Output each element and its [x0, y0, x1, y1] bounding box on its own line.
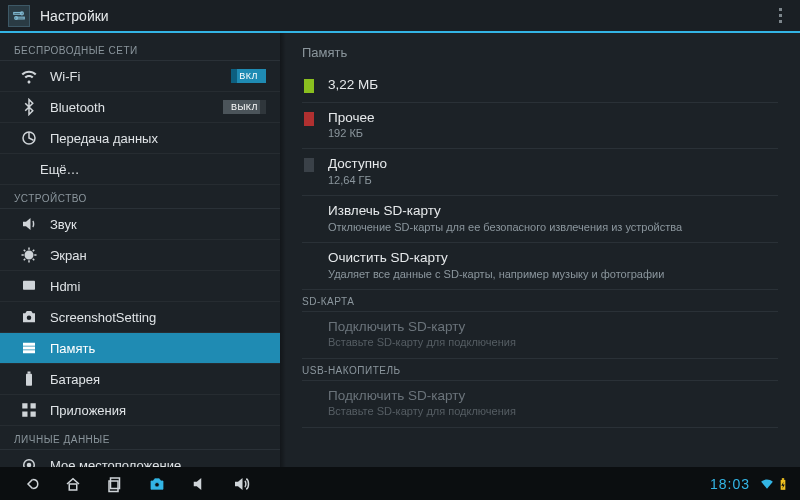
sidebar-item-bluetooth[interactable]: Bluetooth ВЫКЛ [0, 92, 280, 123]
section-usb: USB-НАКОПИТЕЛЬ [302, 359, 778, 381]
section-sdcard: SD-КАРТА [302, 290, 778, 312]
volume-up-button[interactable] [220, 467, 262, 500]
detail-title: Память [302, 39, 778, 70]
svg-rect-19 [69, 484, 77, 490]
storage-sub: Удаляет все данные с SD-карты, например … [328, 267, 778, 281]
sidebar-item-sound[interactable]: Звук [0, 209, 280, 240]
system-navbar: 18:03 [0, 467, 800, 500]
location-icon [20, 456, 38, 467]
bluetooth-icon [20, 98, 38, 116]
settings-icon [8, 5, 30, 27]
status-clock[interactable]: 18:03 [710, 476, 750, 492]
svg-rect-14 [31, 403, 36, 408]
sidebar-item-storage[interactable]: Память [0, 333, 280, 364]
color-swatch [304, 112, 314, 126]
sidebar-item-label: Приложения [50, 403, 266, 418]
sidebar-item-hdmi[interactable]: Hdmi [0, 271, 280, 302]
sidebar-item-label: ScreenshotSetting [50, 310, 266, 325]
home-button[interactable] [52, 467, 94, 500]
camera-icon [20, 308, 38, 326]
sidebar-item-label: Батарея [50, 372, 266, 387]
screen: Настройки БЕСПРОВОДНЫЕ СЕТИ Wi-Fi ВКЛ Bl… [0, 0, 800, 500]
sidebar-item-label: Передача данных [50, 131, 266, 146]
bluetooth-toggle[interactable]: ВЫКЛ [223, 100, 266, 114]
back-button[interactable] [10, 467, 52, 500]
storage-value: 12,64 ГБ [328, 173, 778, 187]
sidebar-item-wifi[interactable]: Wi-Fi ВКЛ [0, 61, 280, 92]
sidebar-item-label: Память [50, 341, 266, 356]
svg-rect-6 [23, 281, 35, 290]
svg-point-7 [27, 316, 32, 321]
wifi-status-icon [760, 477, 774, 491]
sidebar-item-more[interactable]: Ещё… [0, 154, 280, 185]
overflow-menu-button[interactable] [768, 8, 792, 23]
svg-rect-13 [22, 403, 27, 408]
storage-item-mount-sd: Подключить SD-карту Вставьте SD-карту дл… [302, 312, 778, 359]
content: БЕСПРОВОДНЫЕ СЕТИ Wi-Fi ВКЛ Bluetooth ВЫ… [0, 33, 800, 467]
category-personal: ЛИЧНЫЕ ДАННЫЕ [0, 426, 280, 450]
storage-item-used[interactable]: 3,22 МБ [302, 70, 778, 103]
storage-label: Подключить SD-карту [328, 387, 778, 405]
sidebar: БЕСПРОВОДНЫЕ СЕТИ Wi-Fi ВКЛ Bluetooth ВЫ… [0, 33, 280, 467]
sidebar-item-label: Wi-Fi [50, 69, 231, 84]
svg-rect-9 [23, 347, 35, 350]
sidebar-item-label: Hdmi [50, 279, 266, 294]
storage-label: Очистить SD-карту [328, 249, 778, 267]
storage-label: Извлечь SD-карту [328, 202, 778, 220]
storage-icon [20, 339, 38, 357]
data-usage-icon [20, 129, 38, 147]
svg-rect-16 [31, 412, 36, 417]
sidebar-item-data-usage[interactable]: Передача данных [0, 123, 280, 154]
storage-value: 192 КБ [328, 126, 778, 140]
svg-rect-8 [23, 343, 35, 346]
sidebar-item-label: Экран [50, 248, 266, 263]
sidebar-item-label: Bluetooth [50, 100, 223, 115]
sidebar-item-label: Звук [50, 217, 266, 232]
storage-item-mount-usb: Подключить SD-карту Вставьте SD-карту дл… [302, 381, 778, 428]
battery-status-icon [776, 477, 790, 491]
storage-label: Подключить SD-карту [328, 318, 778, 336]
sidebar-item-label: Мое местоположение [50, 458, 266, 468]
display-icon [20, 246, 38, 264]
storage-sub: Отключение SD-карты для ее безопасного и… [328, 220, 778, 234]
storage-sub: Вставьте SD-карту для подключения [328, 335, 778, 349]
page-title: Настройки [40, 8, 768, 24]
recents-button[interactable] [94, 467, 136, 500]
svg-rect-24 [782, 478, 784, 480]
svg-rect-11 [26, 374, 32, 386]
storage-item-available[interactable]: Доступно 12,64 ГБ [302, 149, 778, 196]
svg-rect-12 [28, 372, 31, 374]
storage-value: 3,22 МБ [328, 76, 778, 94]
color-swatch [304, 79, 314, 93]
wifi-icon [20, 67, 38, 85]
category-wireless: БЕСПРОВОДНЫЕ СЕТИ [0, 37, 280, 61]
detail-pane: Память 3,22 МБ Прочее 192 КБ Доступно 12 [280, 33, 800, 467]
sidebar-item-label: Ещё… [40, 162, 266, 177]
svg-rect-15 [22, 412, 27, 417]
sidebar-item-location[interactable]: Мое местоположение [0, 450, 280, 467]
storage-label: Прочее [328, 109, 778, 127]
sound-icon [20, 215, 38, 233]
hdmi-icon [20, 277, 38, 295]
sidebar-item-display[interactable]: Экран [0, 240, 280, 271]
svg-point-5 [25, 251, 33, 259]
storage-item-erase[interactable]: Очистить SD-карту Удаляет все данные с S… [302, 243, 778, 290]
sidebar-item-battery[interactable]: Батарея [0, 364, 280, 395]
category-device: УСТРОЙСТВО [0, 185, 280, 209]
svg-rect-10 [23, 350, 35, 353]
volume-down-button[interactable] [178, 467, 220, 500]
wifi-toggle[interactable]: ВКЛ [231, 69, 266, 83]
storage-item-unmount[interactable]: Извлечь SD-карту Отключение SD-карты для… [302, 196, 778, 243]
sidebar-item-screenshot[interactable]: ScreenshotSetting [0, 302, 280, 333]
storage-sub: Вставьте SD-карту для подключения [328, 404, 778, 418]
battery-icon [20, 370, 38, 388]
storage-label: Доступно [328, 155, 778, 173]
screenshot-button[interactable] [136, 467, 178, 500]
action-bar: Настройки [0, 0, 800, 33]
apps-icon [20, 401, 38, 419]
storage-item-other[interactable]: Прочее 192 КБ [302, 103, 778, 150]
svg-point-22 [155, 482, 160, 487]
color-swatch [304, 158, 314, 172]
sidebar-item-apps[interactable]: Приложения [0, 395, 280, 426]
